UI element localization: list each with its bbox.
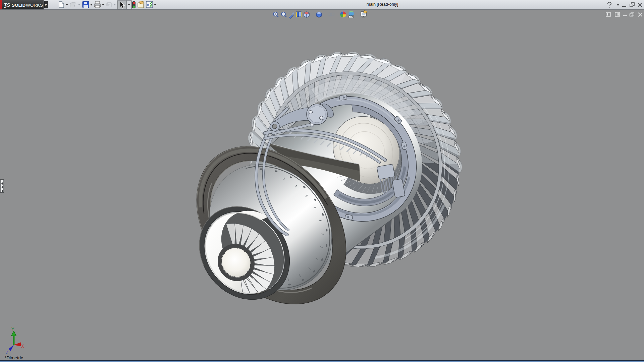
- svg-text:X: X: [21, 344, 24, 349]
- svg-text:WORKS: WORKS: [26, 3, 43, 8]
- svg-text:SOLID: SOLID: [12, 3, 26, 8]
- svg-text:Z: Z: [6, 350, 8, 355]
- svg-text:Y: Y: [11, 326, 14, 331]
- svg-text:ƷS: ƷS: [4, 2, 10, 8]
